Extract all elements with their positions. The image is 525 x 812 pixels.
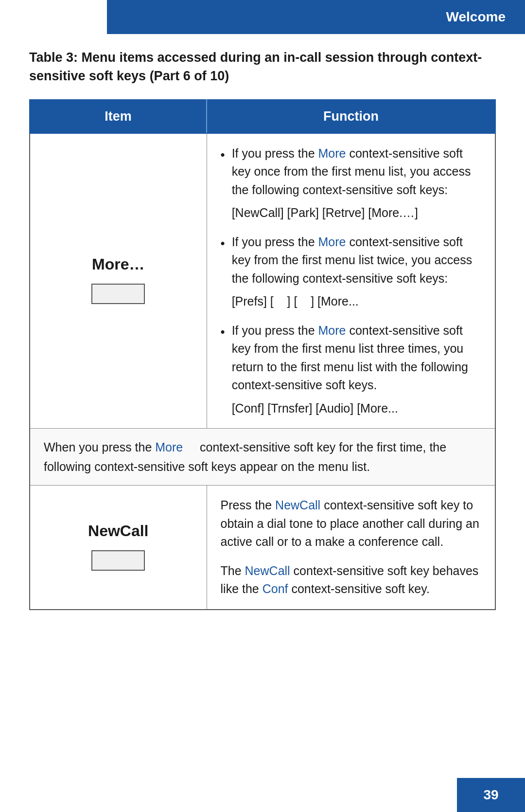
item-label-newcall: NewCall: [44, 519, 193, 542]
footer-page-number: 39: [483, 787, 498, 803]
link-more-1[interactable]: More: [318, 146, 346, 160]
list-item: • If you press the More context-sensitiv…: [221, 233, 481, 311]
table-row: More… • If you press the More context-se…: [30, 133, 495, 429]
newcall-para-2: The NewCall context-sensitive soft key b…: [221, 562, 481, 598]
full-row-cell: When you press the More context-sensitiv…: [30, 429, 495, 486]
bullet-text: If you press the More context-sensitive …: [232, 324, 468, 392]
header-title: Welcome: [446, 9, 506, 25]
soft-key-button-newcall: [91, 550, 145, 571]
bullet-text: If you press the More context-sensitive …: [232, 146, 471, 197]
table-header-row: Item Function: [30, 100, 495, 133]
sub-text-2: [Prefs] [ ] [ ] [More...: [232, 292, 481, 311]
item-cell-more: More…: [30, 133, 207, 429]
sub-text-1: [NewCall] [Park] [Retrve] [More.…]: [232, 204, 481, 222]
link-newcall-1[interactable]: NewCall: [275, 498, 320, 512]
col-item: Item: [30, 100, 207, 133]
item-cell-newcall: NewCall: [30, 486, 207, 610]
bullet-content: If you press the More context-sensitive …: [232, 233, 481, 311]
bullet-dot: •: [221, 234, 225, 253]
sub-text-3: [Conf] [Trnsfer] [Audio] [More...: [232, 399, 481, 418]
function-cell-newcall: Press the NewCall context-sensitive soft…: [207, 486, 495, 610]
link-conf[interactable]: Conf: [262, 582, 288, 595]
bullet-dot: •: [221, 145, 225, 164]
table-row-newcall: NewCall Press the NewCall context-sensit…: [30, 486, 495, 610]
main-table: Item Function More… • If you press the M…: [29, 99, 496, 610]
link-newcall-2[interactable]: NewCall: [245, 564, 290, 577]
col-function: Function: [207, 100, 495, 133]
bullet-list-more: • If you press the More context-sensitiv…: [221, 144, 481, 418]
table-caption: Table 3: Menu items accessed during an i…: [29, 49, 496, 86]
bullet-text: If you press the More context-sensitive …: [232, 235, 472, 285]
link-more-3[interactable]: More: [318, 324, 346, 337]
header-bar: Welcome: [107, 0, 525, 34]
link-more-2[interactable]: More: [318, 235, 346, 249]
link-more-full[interactable]: More: [155, 440, 183, 454]
list-item: • If you press the More context-sensitiv…: [221, 144, 481, 222]
function-cell-more: • If you press the More context-sensitiv…: [207, 133, 495, 429]
list-item: • If you press the More context-sensitiv…: [221, 322, 481, 418]
bullet-content: If you press the More context-sensitive …: [232, 322, 481, 418]
item-label-more: More…: [44, 253, 193, 276]
footer-bar: 39: [457, 778, 525, 812]
bullet-dot: •: [221, 323, 225, 342]
newcall-para-1: Press the NewCall context-sensitive soft…: [221, 496, 481, 551]
bullet-content: If you press the More context-sensitive …: [232, 144, 481, 222]
soft-key-button-more: [91, 284, 145, 304]
table-row-full: When you press the More context-sensitiv…: [30, 429, 495, 486]
main-content: Table 3: Menu items accessed during an i…: [0, 0, 525, 649]
